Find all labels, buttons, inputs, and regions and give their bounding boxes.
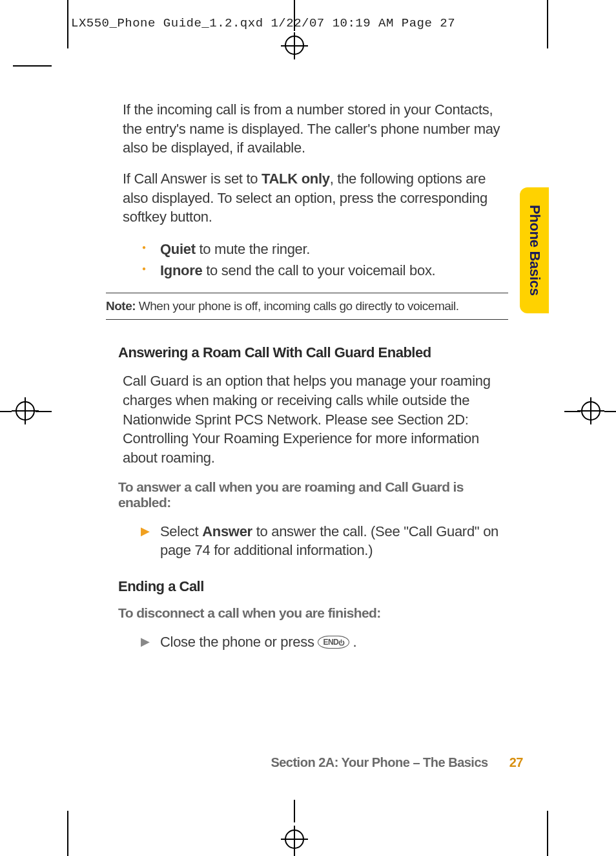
crop-mark <box>547 811 548 856</box>
crop-mark <box>0 411 12 412</box>
paragraph: If Call Answer is set to TALK only, the … <box>123 169 513 227</box>
section-heading: Answering a Roam Call With Call Guard En… <box>118 344 513 361</box>
instruction-subhead: To disconnect a call when you are finish… <box>118 605 513 621</box>
crop-mark <box>67 811 68 856</box>
arrow-list: ▶ Select Answer to answer the call. (See… <box>123 522 513 560</box>
crop-mark <box>294 800 295 822</box>
crop-mark <box>604 411 616 412</box>
header-slug: LX550_Phone Guide_1.2.qxd 1/22/07 10:19 … <box>71 16 455 30</box>
crop-mark <box>67 0 68 48</box>
page-content: If the incoming call is from a number st… <box>123 100 513 670</box>
bullet-list: Quiet to mute the ringer. Ignore to send… <box>123 238 513 281</box>
section-tab-label: Phone Basics <box>526 205 543 296</box>
list-item: ▶ Select Answer to answer the call. (See… <box>142 522 513 560</box>
end-key-icon: END⏻ <box>318 636 349 649</box>
registration-mark-circle <box>285 36 304 55</box>
arrow-list: ▶ Close the phone or press END⏻ . <box>123 632 513 652</box>
paragraph: Call Guard is an option that helps you m… <box>123 371 513 467</box>
page-number: 27 <box>509 755 523 769</box>
crop-mark <box>13 65 52 67</box>
registration-mark <box>12 397 39 424</box>
registration-mark <box>281 826 308 853</box>
arrow-icon: ▶ <box>141 523 150 539</box>
list-item: Ignore to send the call to your voicemai… <box>142 260 513 281</box>
list-item: Quiet to mute the ringer. <box>142 238 513 260</box>
crop-mark <box>547 0 548 48</box>
crop-mark <box>294 0 295 31</box>
section-tab: Phone Basics <box>520 187 549 313</box>
registration-mark <box>577 397 604 424</box>
instruction-subhead: To answer a call when you are roaming an… <box>118 479 513 510</box>
note-text: Note: When your phone is off, incoming c… <box>106 299 459 313</box>
paragraph: If the incoming call is from a number st… <box>123 100 513 158</box>
list-item: ▶ Close the phone or press END⏻ . <box>142 632 513 652</box>
page-footer: Section 2A: Your Phone – The Basics 27 <box>223 755 523 770</box>
arrow-icon: ▶ <box>141 634 150 649</box>
note-box: Note: When your phone is off, incoming c… <box>106 293 508 320</box>
section-label: Section 2A: Your Phone – The Basics <box>271 755 488 769</box>
section-heading: Ending a Call <box>118 578 513 595</box>
